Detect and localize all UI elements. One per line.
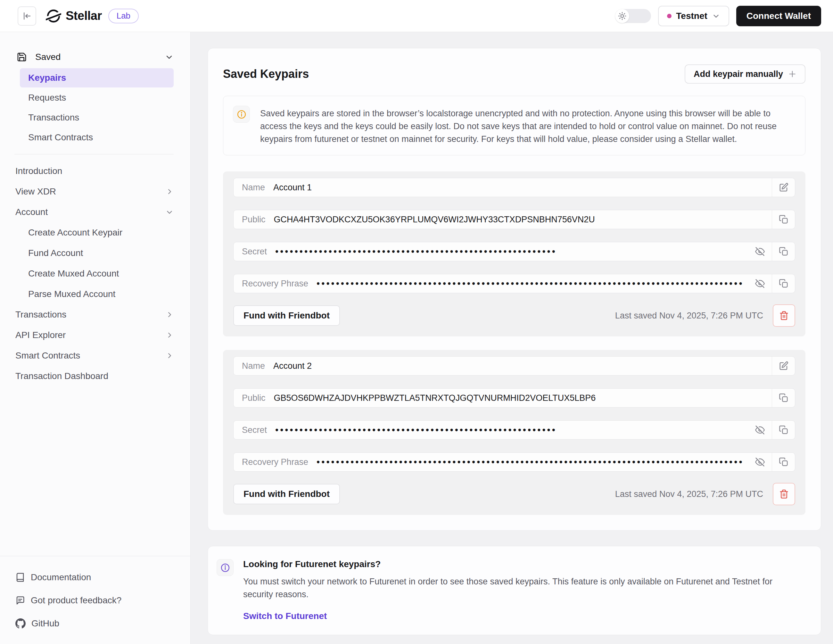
- public-key-label: Public: [242, 393, 265, 403]
- feedback-label: Got product feedback?: [31, 595, 121, 605]
- recovery-phrase-field-row: Recovery Phrase ••••••••••••••••••••••••…: [233, 274, 795, 293]
- trash-icon: [779, 489, 789, 499]
- name-field-row: Name Account 2: [233, 356, 795, 375]
- recovery-phrase-label: Recovery Phrase: [242, 279, 308, 289]
- sidebar-item-transactions[interactable]: Transactions: [0, 304, 190, 325]
- copy-icon: [779, 425, 788, 435]
- sidebar-item-create-account-keypair[interactable]: Create Account Keypair: [0, 222, 190, 243]
- chevron-right-icon: [165, 331, 174, 339]
- public-key-value: GCHA4HT3VODKCXZU5OK36YRPLUMQV6WI2JWHY33C…: [274, 215, 595, 225]
- sidebar-item-smart-contracts-saved[interactable]: Smart Contracts: [20, 128, 174, 147]
- edit-icon: [779, 183, 788, 192]
- connect-wallet-button[interactable]: Connect Wallet: [736, 6, 821, 26]
- storage-warning-banner: Saved keypairs are stored in the browser…: [223, 96, 806, 155]
- sidebar-item-introduction[interactable]: Introduction: [0, 161, 190, 181]
- fund-with-friendbot-button[interactable]: Fund with Friendbot: [233, 305, 340, 326]
- show-recovery-phrase-button[interactable]: [755, 457, 765, 467]
- keypair-card-account-2: Name Account 2 Public GB5OS6D: [223, 350, 806, 515]
- info-circle-icon: [220, 563, 230, 573]
- secret-key-field-row: Secret •••••••••••••••••••••••••••••••••…: [233, 420, 795, 440]
- sidebar-item-view-xdr-label: View XDR: [15, 187, 56, 197]
- copy-secret-key-button[interactable]: [772, 421, 795, 439]
- delete-keypair-button[interactable]: [773, 304, 795, 327]
- copy-icon: [779, 457, 788, 467]
- sidebar-section-saved[interactable]: Saved: [0, 47, 190, 68]
- plus-icon: [788, 70, 796, 78]
- recovery-phrase-mask: ••••••••••••••••••••••••••••••••••••••••…: [317, 274, 752, 293]
- sidebar-item-smart-contracts-label: Smart Contracts: [15, 351, 80, 361]
- sidebar-item-create-muxed-account[interactable]: Create Muxed Account: [0, 263, 190, 284]
- secret-key-mask: ••••••••••••••••••••••••••••••••••••••••…: [275, 242, 752, 261]
- last-saved-timestamp: Last saved Nov 4, 2025, 7:26 PM UTC: [615, 489, 763, 499]
- network-selector[interactable]: Testnet: [658, 6, 729, 26]
- edit-name-button[interactable]: [772, 357, 795, 375]
- copy-recovery-phrase-button[interactable]: [772, 453, 795, 471]
- collapse-sidebar-button[interactable]: [18, 6, 36, 26]
- sidebar-item-account-label: Account: [15, 207, 48, 217]
- chevron-down-icon: [712, 12, 720, 20]
- public-key-field-row: Public GCHA4HT3VODKCXZU5OK36YRPLUMQV6WI2…: [233, 210, 795, 229]
- secret-key-field-row: Secret •••••••••••••••••••••••••••••••••…: [233, 242, 795, 261]
- copy-recovery-phrase-button[interactable]: [772, 274, 795, 293]
- chevron-down-icon: [165, 208, 174, 216]
- chat-bubble-icon: [15, 596, 25, 605]
- sidebar-footer: Documentation Got product feedback? G: [0, 556, 190, 644]
- futurenet-title: Looking for Futurenet keypairs?: [243, 556, 794, 569]
- recovery-phrase-label: Recovery Phrase: [242, 457, 308, 467]
- github-link[interactable]: GitHub: [15, 612, 175, 635]
- copy-public-key-button[interactable]: [772, 210, 795, 229]
- main-content: Saved Keypairs Add keypair manually: [191, 32, 833, 644]
- stellar-lab-logo[interactable]: Stellar Lab: [46, 8, 139, 24]
- copy-public-key-button[interactable]: [772, 389, 795, 407]
- copy-secret-key-button[interactable]: [772, 242, 795, 261]
- sidebar-item-view-xdr[interactable]: View XDR: [0, 181, 190, 202]
- feedback-link[interactable]: Got product feedback?: [15, 589, 175, 612]
- public-key-field-row: Public GB5OS6DWHZAJDVHKPPBWZTLA5TNRXTQJG…: [233, 388, 795, 407]
- secret-key-label: Secret: [242, 247, 267, 257]
- public-key-value: GB5OS6DWHZAJDVHKPPBWZTLA5TNRXTQJGQTVNURM…: [274, 393, 596, 403]
- documentation-link[interactable]: Documentation: [15, 566, 175, 589]
- documentation-label: Documentation: [31, 572, 91, 583]
- show-recovery-phrase-button[interactable]: [755, 279, 765, 288]
- sidebar-item-parse-muxed-account[interactable]: Parse Muxed Account: [0, 284, 190, 304]
- sidebar-item-keypairs[interactable]: Keypairs: [20, 68, 174, 87]
- show-secret-button[interactable]: [755, 247, 765, 256]
- github-icon: [15, 618, 26, 629]
- copy-icon: [779, 215, 788, 224]
- sidebar-item-transaction-dashboard[interactable]: Transaction Dashboard: [0, 366, 190, 386]
- sidebar-item-fund-account[interactable]: Fund Account: [0, 243, 190, 263]
- fund-with-friendbot-button[interactable]: Fund with Friendbot: [233, 484, 340, 504]
- futurenet-body: You must switch your network to Futurene…: [243, 575, 794, 601]
- lab-badge: Lab: [108, 9, 139, 23]
- keypair-card-account-1: Name Account 1 Public GCHA4HT: [223, 171, 806, 336]
- sidebar-divider: [14, 154, 174, 155]
- sidebar-item-account[interactable]: Account: [0, 202, 190, 222]
- trash-icon: [779, 311, 789, 320]
- copy-icon: [779, 279, 788, 288]
- edit-name-button[interactable]: [772, 178, 795, 197]
- sidebar-item-transactions-saved[interactable]: Transactions: [20, 108, 174, 127]
- secret-key-mask: ••••••••••••••••••••••••••••••••••••••••…: [275, 420, 752, 440]
- theme-toggle[interactable]: [615, 9, 651, 23]
- name-label: Name: [242, 361, 265, 371]
- delete-keypair-button[interactable]: [773, 483, 795, 505]
- warning-icon-container: [233, 106, 250, 123]
- book-icon: [15, 573, 25, 582]
- add-keypair-manually-button[interactable]: Add keypair manually: [685, 64, 806, 84]
- sidebar-item-requests[interactable]: Requests: [20, 88, 174, 107]
- futurenet-info-card: Looking for Futurenet keypairs? You must…: [207, 546, 821, 635]
- light-mode-sun-icon: [618, 12, 626, 20]
- chevron-right-icon: [165, 351, 174, 360]
- sidebar-item-transactions-label: Transactions: [15, 309, 66, 320]
- network-status-dot: [667, 14, 672, 18]
- page-title: Saved Keypairs: [223, 67, 309, 81]
- recovery-phrase-field-row: Recovery Phrase ••••••••••••••••••••••••…: [233, 452, 795, 472]
- sidebar-item-smart-contracts[interactable]: Smart Contracts: [0, 345, 190, 366]
- top-header: Stellar Lab Testnet: [0, 0, 833, 32]
- switch-to-futurenet-link[interactable]: Switch to Futurenet: [243, 611, 327, 621]
- sidebar-item-api-explorer[interactable]: API Explorer: [0, 325, 190, 345]
- edit-icon: [779, 361, 788, 371]
- secret-key-label: Secret: [242, 425, 267, 435]
- sidebar: Saved Keypairs Requests Transactions Sma…: [0, 32, 191, 644]
- show-secret-button[interactable]: [755, 425, 765, 435]
